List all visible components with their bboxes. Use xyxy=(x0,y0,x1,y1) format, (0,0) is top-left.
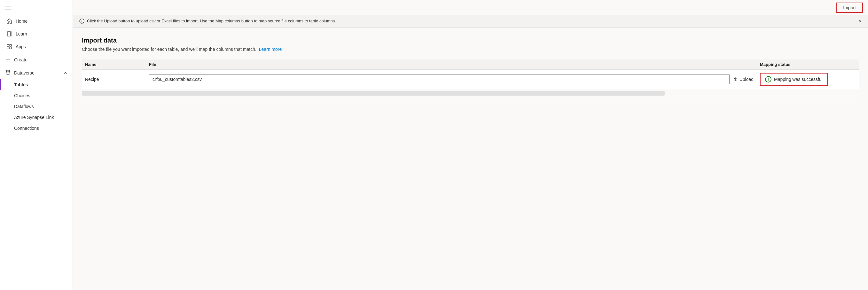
page-description: Choose the file you want imported for ea… xyxy=(82,47,859,52)
page-description-text: Choose the file you want imported for ea… xyxy=(82,47,256,52)
hamburger-icon xyxy=(5,6,11,10)
book-icon xyxy=(6,31,12,37)
sidebar-sub-item-choices[interactable]: Choices xyxy=(0,90,72,101)
row-name: Recipe xyxy=(82,70,146,89)
close-banner-button[interactable]: × xyxy=(859,19,862,24)
info-banner-text: Click the Upload button to upload csv or… xyxy=(87,19,336,23)
sidebar-item-dataverse-label: Dataverse xyxy=(14,70,34,75)
database-icon xyxy=(5,69,11,76)
svg-point-10 xyxy=(82,20,82,21)
hamburger-button[interactable] xyxy=(0,3,72,15)
row-mapping-status-cell: i Mapping was successful xyxy=(757,70,859,89)
sidebar-item-home[interactable]: Home xyxy=(0,15,72,28)
upload-button[interactable]: Upload xyxy=(733,77,753,82)
svg-rect-1 xyxy=(7,44,9,46)
horizontal-scrollbar[interactable] xyxy=(82,91,665,96)
sidebar-sub-item-azure-synapse[interactable]: Azure Synapse Link xyxy=(0,112,72,123)
svg-point-7 xyxy=(6,70,10,72)
content-area: Import data Choose the file you want imp… xyxy=(73,28,868,290)
import-button[interactable]: Import xyxy=(836,3,863,13)
sidebar-item-create-label: Create xyxy=(14,57,28,62)
mapping-status-wrapper: i Mapping was successful xyxy=(760,73,856,86)
sidebar-item-learn-label: Learn xyxy=(16,31,27,36)
file-input[interactable]: crfb6_customtables2.csv xyxy=(149,74,730,84)
sidebar-sub-item-tables-label: Tables xyxy=(14,82,28,87)
main-content: Import Click the Upload button to upload… xyxy=(73,0,868,290)
row-file-cell: crfb6_customtables2.csv Upload xyxy=(146,70,757,89)
col-header-file: File xyxy=(146,60,757,70)
svg-rect-0 xyxy=(7,32,10,36)
svg-rect-4 xyxy=(9,47,11,49)
mapping-success-box: i Mapping was successful xyxy=(760,73,828,86)
sidebar-item-learn[interactable]: Learn xyxy=(0,28,72,40)
upload-button-label: Upload xyxy=(740,77,753,82)
sidebar-sub-item-tables[interactable]: Tables xyxy=(0,79,72,90)
mapping-success-text: Mapping was successful xyxy=(774,77,823,82)
upload-icon xyxy=(733,77,738,82)
table-row: Recipe crfb6_customtables2.csv Upload xyxy=(82,70,859,89)
sidebar-item-apps-label: Apps xyxy=(16,44,26,49)
sidebar-item-dataverse[interactable]: Dataverse xyxy=(0,66,72,79)
col-header-mapping-status: Mapping status xyxy=(757,60,859,70)
success-info-circle: i xyxy=(765,76,771,83)
home-icon xyxy=(6,18,12,24)
scrollbar-row-container xyxy=(82,89,859,97)
sidebar-sub-item-connections-label: Connections xyxy=(14,126,39,131)
import-table: Name File Mapping status Recipe crfb6_cu… xyxy=(82,60,859,97)
learn-more-link[interactable]: Learn more xyxy=(259,47,282,52)
sidebar-item-create[interactable]: Create xyxy=(0,53,72,66)
sidebar-sub-item-choices-label: Choices xyxy=(14,93,30,98)
info-banner-icon xyxy=(79,19,84,24)
col-header-name: Name xyxy=(82,60,146,70)
plus-icon xyxy=(5,56,11,63)
info-banner: Click the Upload button to upload csv or… xyxy=(73,15,868,28)
svg-rect-3 xyxy=(7,47,9,49)
apps-icon xyxy=(6,43,12,50)
sidebar-sub-item-dataflows[interactable]: Dataflows xyxy=(0,101,72,112)
sidebar: Home Learn Apps xyxy=(0,0,73,290)
sidebar-sub-item-dataflows-label: Dataflows xyxy=(14,104,34,109)
svg-rect-2 xyxy=(9,44,11,46)
page-title: Import data xyxy=(82,37,859,44)
sidebar-sub-item-connections[interactable]: Connections xyxy=(0,123,72,134)
chevron-up-icon xyxy=(64,71,67,75)
sidebar-item-apps[interactable]: Apps xyxy=(0,40,72,53)
file-input-wrapper: crfb6_customtables2.csv Upload xyxy=(149,74,753,84)
sidebar-item-home-label: Home xyxy=(16,19,28,24)
sidebar-sub-item-azure-synapse-label: Azure Synapse Link xyxy=(14,115,54,120)
topbar: Import xyxy=(73,0,868,15)
